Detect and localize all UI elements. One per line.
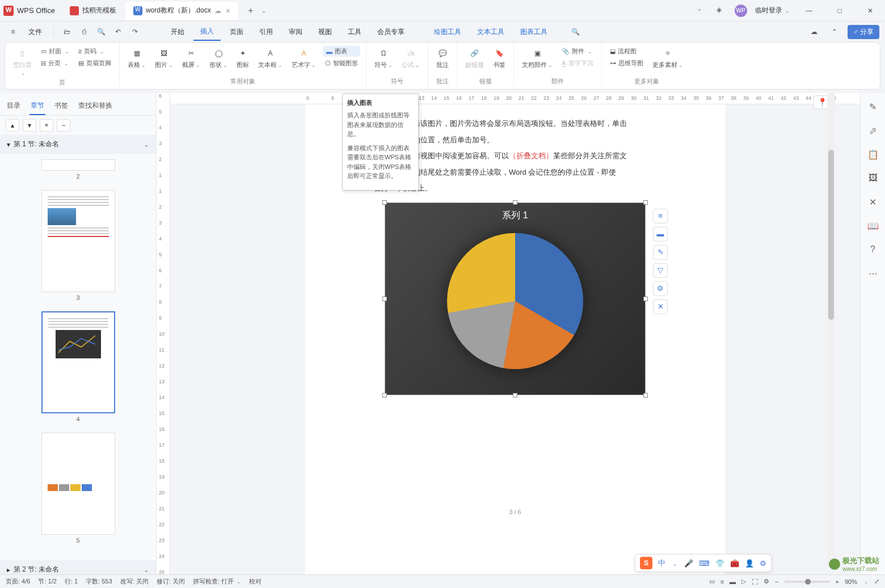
nav-down-button[interactable]: ▾ <box>23 119 36 132</box>
view-outline-icon[interactable]: ≡ <box>720 578 724 585</box>
more-materials-button[interactable]: ✧更多素材⌄ <box>650 46 685 70</box>
preview-icon[interactable]: 🔍 <box>94 24 108 39</box>
image-icon[interactable]: 🖼 <box>866 171 880 185</box>
page-number-button[interactable]: #页码⌄ <box>76 46 113 57</box>
menu-page[interactable]: 页面 <box>223 24 250 40</box>
expand-icon[interactable]: ⤢ <box>874 578 879 585</box>
clipboard-icon[interactable]: 📋 <box>866 147 880 161</box>
tab-templates[interactable]: 找稻壳模板 <box>62 2 124 20</box>
menu-insert[interactable]: 插入 <box>193 23 221 41</box>
save-icon[interactable]: 🗁 <box>60 24 74 39</box>
select-icon[interactable]: ⬀ <box>866 124 880 137</box>
undo-icon[interactable]: ↶ <box>111 24 125 39</box>
zoom-value[interactable]: 90% <box>845 578 857 585</box>
menu-start[interactable]: 开始 <box>164 24 191 40</box>
blank-page-button[interactable]: ▯ 空白页⌄ <box>11 46 34 77</box>
redo-icon[interactable]: ↷ <box>128 24 142 39</box>
chart-button[interactable]: ▬图表 <box>323 46 360 57</box>
menu-text-tools[interactable]: 文本工具 <box>470 24 511 40</box>
zoom-settings-icon[interactable]: ⚙ <box>764 578 769 585</box>
thumb-page-3[interactable]: 3 <box>41 190 115 301</box>
textbox-button[interactable]: A文本框⌄ <box>256 46 285 70</box>
wordart-button[interactable]: A艺术字⌄ <box>289 46 318 70</box>
menu-view[interactable]: 视图 <box>311 24 339 40</box>
share-button[interactable]: ♂ 分享 <box>848 25 879 39</box>
maximize-button[interactable]: □ <box>828 2 851 19</box>
status-page[interactable]: 页面: 4/6 <box>6 577 30 586</box>
status-revision[interactable]: 修订: 关闭 <box>157 577 185 586</box>
status-row[interactable]: 行: 1 <box>65 577 78 586</box>
collapse-ribbon-icon[interactable]: ⌃ <box>827 24 842 39</box>
tab-document[interactable]: word教程（新）.docx ☁ × <box>125 2 238 20</box>
ruler-vertical[interactable]: 6543211234567891011121314151617181920212… <box>157 93 170 579</box>
cloud-icon[interactable]: ☁ <box>807 24 821 39</box>
screenshot-button[interactable]: ✂截屏⌄ <box>180 46 203 70</box>
more-icon[interactable]: ⋯ <box>866 266 880 280</box>
ime-user-icon[interactable]: 👤 <box>745 559 754 568</box>
zoom-slider[interactable] <box>785 581 830 583</box>
nav-tab-bookmarks[interactable]: 书签 <box>53 98 69 115</box>
docparts-button[interactable]: ▣文档部件⌄ <box>520 46 555 70</box>
equation-button[interactable]: √x公式⌄ <box>399 46 422 70</box>
nav-tab-sections[interactable]: 章节 <box>30 98 45 115</box>
nav-tab-toc[interactable]: 目录 <box>6 98 22 115</box>
ime-keyboard-icon[interactable]: ⌨ <box>699 559 710 568</box>
zoom-in-button[interactable]: + <box>836 578 839 585</box>
print-icon[interactable]: ⎙ <box>77 24 91 39</box>
file-menu[interactable]: 文件 <box>23 25 48 39</box>
icon-button[interactable]: ✦图标 <box>234 46 251 70</box>
menu-chart-tools[interactable]: 图表工具 <box>513 24 554 40</box>
nav-add-button[interactable]: + <box>40 119 53 132</box>
chart-tools-button[interactable]: ✕ <box>653 299 668 314</box>
close-icon[interactable]: × <box>226 6 230 15</box>
ime-voice-icon[interactable]: 🎤 <box>684 559 693 568</box>
view-fullscreen-icon[interactable]: ⛶ <box>752 578 758 585</box>
hyperlink-button[interactable]: 🔗超链接 <box>463 46 486 70</box>
ime-toolbar[interactable]: S 中 ， 🎤 ⌨ 👕 🧰 👤 ⚙ <box>635 554 772 572</box>
attachment-button[interactable]: 📎附件⌄ <box>559 46 596 57</box>
chart-filter-button[interactable]: ▽ <box>653 263 668 278</box>
dropcap-button[interactable]: A̲首字下沉 <box>559 58 596 69</box>
view-web-icon[interactable]: ▷ <box>741 578 746 585</box>
chart-layout-button[interactable]: ≡ <box>653 209 668 223</box>
chart-edit-button[interactable]: ✎ <box>653 245 668 260</box>
menu-hamburger-icon[interactable]: ≡ <box>6 24 20 39</box>
thumb-page-5[interactable]: 5 <box>41 433 115 544</box>
status-words[interactable]: 字数: 553 <box>86 577 112 586</box>
menu-tools[interactable]: 工具 <box>341 24 368 40</box>
tab-menu-chevron[interactable]: ⌄ <box>261 7 267 15</box>
table-button[interactable]: ▦表格⌄ <box>125 46 148 70</box>
panel-icon[interactable]: ▫ <box>698 6 709 16</box>
minimize-button[interactable]: — <box>798 2 820 19</box>
avatar[interactable]: WP <box>735 5 747 17</box>
view-read-icon[interactable]: ▬ <box>730 578 736 585</box>
flowchart-button[interactable]: ⬓流程图 <box>608 46 646 57</box>
ime-punct-icon[interactable]: ， <box>671 558 678 568</box>
thumb-page-4[interactable]: 4 <box>41 311 115 422</box>
status-revise[interactable]: 改写: 关闭 <box>120 577 149 586</box>
cube-icon[interactable]: ◈ <box>717 6 727 16</box>
bookmark-button[interactable]: 🔖书签 <box>491 46 508 70</box>
picture-button[interactable]: 🖼图片⌄ <box>153 46 175 70</box>
login-button[interactable]: 临时登录 ⌄ <box>755 6 790 15</box>
menu-reference[interactable]: 引用 <box>252 24 280 40</box>
shape-button[interactable]: ◯形状⌄ <box>207 46 230 70</box>
pen-icon[interactable]: ✎ <box>866 100 880 113</box>
chart-type-button[interactable]: ▬ <box>653 227 668 242</box>
tools-icon[interactable]: ✕ <box>866 195 880 209</box>
close-button[interactable]: ✕ <box>859 2 882 19</box>
status-proof[interactable]: 校对 <box>249 577 262 586</box>
section-1-header[interactable]: ▾ 第 1 节: 未命名 ⌄ <box>0 135 156 154</box>
header-footer-button[interactable]: ▤页眉页脚 <box>76 58 113 69</box>
search-icon[interactable]: 🔍 <box>568 24 583 39</box>
comment-button[interactable]: 💬批注 <box>434 46 451 70</box>
book-icon[interactable]: 📖 <box>866 219 880 232</box>
menu-draw-tools[interactable]: 绘图工具 <box>427 24 468 40</box>
smartart-button[interactable]: ⬡智能图形 <box>323 58 360 69</box>
page-break-button[interactable]: ⊟分页⌄ <box>39 58 71 69</box>
ime-lang[interactable]: 中 <box>658 558 665 568</box>
view-page-icon[interactable]: ▭ <box>709 578 715 585</box>
menu-review[interactable]: 审阅 <box>282 24 309 40</box>
zoom-out-button[interactable]: − <box>775 578 778 585</box>
vertical-scrollbar[interactable] <box>827 93 835 565</box>
